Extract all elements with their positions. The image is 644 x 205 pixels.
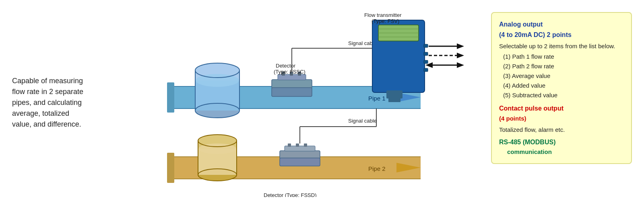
svg-marker-68 xyxy=(457,53,464,58)
svg-rect-61 xyxy=(424,60,428,64)
analog-title-text: Analog output xyxy=(499,21,543,28)
svg-marker-66 xyxy=(457,43,464,49)
right-panel: Analog output (4 to 20mA DC) 2 points Se… xyxy=(491,12,632,164)
list-item-1: (1) Path 1 flow rate xyxy=(503,52,624,62)
description-text: Capable of measuring flow rate in 2 sepa… xyxy=(12,77,83,128)
svg-text:Detector: Detector xyxy=(276,63,296,69)
contact-subtitle-text: (4 points) xyxy=(499,114,624,123)
svg-rect-35 xyxy=(272,88,312,96)
svg-text:Pipe 1: Pipe 1 xyxy=(368,95,386,102)
rs485-subtitle-text: communication xyxy=(507,147,624,157)
svg-rect-30 xyxy=(272,80,312,88)
svg-marker-71 xyxy=(457,62,464,68)
contact-body-text: Totalized flow, alarm etc. xyxy=(499,125,624,135)
svg-rect-38 xyxy=(280,151,320,159)
svg-rect-42 xyxy=(304,144,307,147)
svg-rect-59 xyxy=(424,44,428,47)
selectable-text: Selectable up to 2 items from the list b… xyxy=(499,41,624,51)
svg-text:Flow transmitter: Flow transmitter xyxy=(364,12,402,18)
analog-output-title: Analog output xyxy=(499,19,624,30)
main-container: Capable of measuring flow rate in 2 sepa… xyxy=(0,0,644,205)
svg-rect-60 xyxy=(424,52,428,55)
diagram-svg: Pipe 1 Pipe 2 xyxy=(93,8,491,197)
list-item-3: (3) Average value xyxy=(503,71,624,81)
svg-text:Pipe 2: Pipe 2 xyxy=(368,165,386,172)
svg-rect-40 xyxy=(288,144,291,147)
svg-rect-3 xyxy=(167,82,174,113)
svg-rect-9 xyxy=(167,153,174,183)
list-item-5: (5) Subtracted value xyxy=(503,90,624,100)
rs485-title-row: RS-485 (MODBUS) xyxy=(499,137,624,148)
svg-text:(Type: FSSC): (Type: FSSC) xyxy=(274,69,305,75)
left-description: Capable of measuring flow rate in 2 sepa… xyxy=(12,76,93,130)
rs485-title-text: RS-485 (MODBUS) xyxy=(499,139,555,146)
svg-text:Detector (Type: FSSD): Detector (Type: FSSD) xyxy=(264,192,316,197)
svg-text:Signal cable: Signal cable xyxy=(348,118,377,124)
analog-subtitle-text: (4 to 20mA DC) 2 points xyxy=(499,30,624,40)
list-item-2: (2) Path 2 flow rate xyxy=(503,62,624,71)
list-items: (1) Path 1 flow rate (2) Path 2 flow rat… xyxy=(503,52,624,100)
svg-rect-43 xyxy=(280,158,320,166)
diagram-area: Pipe 1 Pipe 2 xyxy=(93,8,491,197)
contact-pulse-title: Contact pulse output xyxy=(499,103,624,114)
svg-rect-58 xyxy=(388,97,400,102)
list-item-4: (4) Added value xyxy=(503,81,624,90)
contact-title-text: Contact pulse output xyxy=(499,105,564,112)
svg-rect-62 xyxy=(424,68,428,72)
svg-text:(Type: FSV): (Type: FSV) xyxy=(372,18,399,24)
svg-rect-41 xyxy=(296,144,299,147)
